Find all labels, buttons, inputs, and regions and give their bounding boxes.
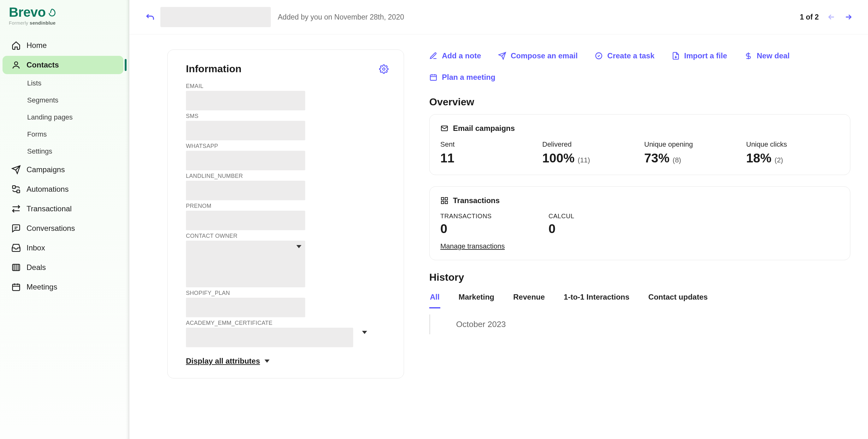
sidebar-sub-segments[interactable]: Segments [2, 92, 123, 108]
sidebar-item-label: Automations [27, 185, 68, 194]
action-add-note[interactable]: Add a note [429, 52, 481, 60]
svg-rect-2 [17, 190, 20, 193]
attr-prenom-value[interactable] [186, 211, 305, 230]
attr-contact-owner-select[interactable] [186, 241, 305, 287]
attr-sms-value[interactable] [186, 121, 305, 140]
sidebar-item-label: Meetings [27, 282, 57, 292]
attr-academy-cert-select[interactable] [186, 328, 353, 347]
conversations-icon [11, 224, 21, 233]
information-card: Information EMAIL SMS WHATSAPP LANDLINE_… [167, 49, 404, 378]
meetings-icon [11, 282, 21, 292]
action-create-task[interactable]: Create a task [595, 52, 654, 60]
sidebar-item-campaigns[interactable]: Campaigns [2, 161, 123, 179]
tx-transactions: TRANSACTIONS 0 [440, 212, 492, 236]
tab-revenue[interactable]: Revenue [513, 290, 546, 308]
mail-icon [440, 124, 448, 132]
added-by-text: Added by you on November 28th, 2020 [278, 13, 404, 22]
history-tabs: All Marketing Revenue 1-to-1 Interaction… [429, 290, 850, 309]
email-campaigns-card-title: Email campaigns [453, 124, 515, 133]
leaf-icon [48, 8, 57, 17]
calendar-icon [429, 73, 437, 81]
attr-shopify-plan: SHOPIFY_PLAN [186, 290, 389, 317]
attr-whatsapp: WHATSAPP [186, 143, 389, 170]
attr-prenom: PRENOM [186, 203, 389, 230]
history-timeline: October 2023 [429, 314, 850, 334]
arrow-right-icon[interactable] [844, 12, 853, 22]
sidebar-item-label: Campaigns [27, 165, 65, 174]
back-icon[interactable] [145, 12, 155, 23]
svg-rect-9 [441, 197, 444, 200]
contact-name-placeholder [160, 7, 271, 27]
topbar: Added by you on November 28th, 2020 1 of… [129, 0, 868, 34]
automations-icon [11, 184, 21, 194]
email-campaigns-card: Email campaigns Sent 11 Delivered 100%(1… [429, 114, 850, 175]
action-new-deal[interactable]: New deal [744, 52, 790, 60]
chevron-down-icon [362, 331, 367, 334]
sidebar-sub-lists[interactable]: Lists [2, 75, 123, 91]
display-all-attributes[interactable]: Display all attributes [186, 357, 270, 366]
sidebar-item-label: Home [27, 41, 47, 50]
arrow-left-icon[interactable] [827, 12, 836, 22]
attr-shopify-plan-value[interactable] [186, 298, 305, 317]
sidebar-item-transactional[interactable]: Transactional [2, 200, 123, 218]
svg-rect-11 [441, 201, 444, 204]
sidebar-item-home[interactable]: Home [2, 36, 123, 55]
history-title: History [429, 272, 850, 283]
sidebar-item-label: Contacts [27, 61, 59, 69]
svg-rect-7 [430, 75, 436, 80]
manage-transactions-link[interactable]: Manage transactions [440, 242, 505, 250]
sidebar-item-contacts[interactable]: Contacts [2, 56, 123, 74]
timeline-month: October 2023 [443, 314, 850, 334]
tab-updates[interactable]: Contact updates [648, 290, 708, 308]
attr-landline: LANDLINE_NUMBER [186, 173, 389, 200]
svg-point-5 [382, 68, 385, 70]
sidebar-item-meetings[interactable]: Meetings [2, 278, 123, 296]
sidebar-sub-landingpages[interactable]: Landing pages [2, 109, 123, 125]
sidebar-item-label: Transactional [27, 204, 72, 213]
attr-landline-value[interactable] [186, 181, 305, 200]
svg-point-0 [14, 62, 18, 65]
brand-name: Brevo [9, 6, 122, 19]
tx-calcul: CALCUL 0 [549, 212, 575, 236]
sidebar-item-conversations[interactable]: Conversations [2, 219, 123, 237]
stat-sent: Sent 11 [440, 140, 530, 165]
transactions-icon [440, 197, 448, 205]
nav: Home Contacts Lists Segments Landing pag… [0, 32, 129, 300]
attr-email: EMAIL [186, 83, 389, 110]
stat-clicks: Unique clicks 18%(2) [746, 140, 836, 165]
sidebar-sub-forms[interactable]: Forms [2, 127, 123, 142]
attr-email-value[interactable] [186, 91, 305, 110]
action-import-file[interactable]: Import a file [672, 52, 727, 60]
sidebar: Brevo Formerly sendinblue Home Contacts … [0, 0, 129, 439]
inbox-icon [11, 243, 21, 252]
attr-whatsapp-value[interactable] [186, 151, 305, 170]
gear-icon[interactable] [379, 64, 389, 74]
svg-rect-10 [445, 197, 447, 200]
sidebar-item-inbox[interactable]: Inbox [2, 239, 123, 257]
right-column: Add a note Compose an email Create a tas… [429, 49, 850, 334]
send-icon [498, 52, 506, 60]
svg-rect-12 [445, 201, 447, 204]
tab-1to1[interactable]: 1-to-1 Interactions [563, 290, 630, 308]
action-compose-email[interactable]: Compose an email [498, 52, 578, 60]
quick-actions: Add a note Compose an email Create a tas… [429, 52, 850, 82]
sidebar-sub-settings[interactable]: Settings [2, 143, 123, 159]
sidebar-item-automations[interactable]: Automations [2, 180, 123, 198]
sidebar-item-label: Conversations [27, 224, 75, 233]
attr-academy-cert: ACADEMY_EMM_CERTIFICATE [186, 320, 389, 347]
sidebar-item-label: Deals [27, 263, 46, 272]
action-plan-meeting[interactable]: Plan a meeting [429, 73, 495, 82]
tab-marketing[interactable]: Marketing [458, 290, 495, 308]
task-icon [595, 52, 603, 60]
pager: 1 of 2 [800, 12, 853, 22]
transactions-card-title: Transactions [453, 196, 500, 205]
import-icon [672, 52, 680, 60]
svg-rect-1 [12, 186, 16, 189]
brand-subtitle: Formerly sendinblue [9, 20, 122, 26]
transactions-card: Transactions TRANSACTIONS 0 CALCUL 0 Man… [429, 187, 850, 260]
attr-sms: SMS [186, 113, 389, 140]
campaigns-icon [11, 165, 21, 174]
sidebar-item-deals[interactable]: Deals [2, 258, 123, 277]
tab-all[interactable]: All [429, 290, 440, 308]
home-icon [11, 41, 21, 50]
